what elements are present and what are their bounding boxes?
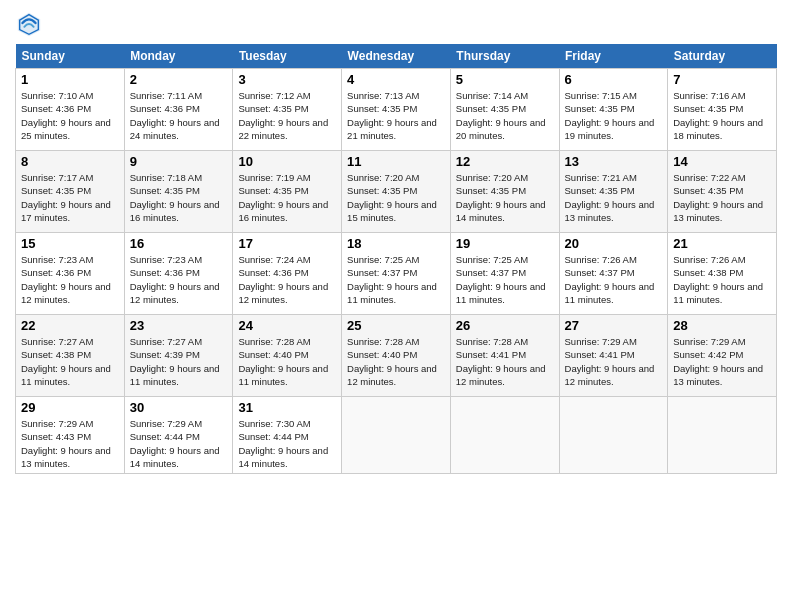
logo [15, 10, 47, 38]
calendar-cell: 16 Sunrise: 7:23 AMSunset: 4:36 PMDaylig… [124, 233, 233, 315]
calendar-week-1: 1 Sunrise: 7:10 AMSunset: 4:36 PMDayligh… [16, 69, 777, 151]
calendar-cell: 18 Sunrise: 7:25 AMSunset: 4:37 PMDaylig… [342, 233, 451, 315]
calendar-week-5: 29 Sunrise: 7:29 AMSunset: 4:43 PMDaylig… [16, 397, 777, 474]
calendar-cell: 5 Sunrise: 7:14 AMSunset: 4:35 PMDayligh… [450, 69, 559, 151]
day-number: 18 [347, 236, 445, 251]
calendar-header-thursday: Thursday [450, 44, 559, 69]
calendar-cell: 30 Sunrise: 7:29 AMSunset: 4:44 PMDaylig… [124, 397, 233, 474]
day-info: Sunrise: 7:23 AMSunset: 4:36 PMDaylight:… [21, 254, 111, 305]
day-info: Sunrise: 7:27 AMSunset: 4:39 PMDaylight:… [130, 336, 220, 387]
day-number: 11 [347, 154, 445, 169]
day-number: 31 [238, 400, 336, 415]
calendar-cell: 10 Sunrise: 7:19 AMSunset: 4:35 PMDaylig… [233, 151, 342, 233]
day-info: Sunrise: 7:12 AMSunset: 4:35 PMDaylight:… [238, 90, 328, 141]
calendar-cell: 3 Sunrise: 7:12 AMSunset: 4:35 PMDayligh… [233, 69, 342, 151]
day-number: 22 [21, 318, 119, 333]
day-info: Sunrise: 7:14 AMSunset: 4:35 PMDaylight:… [456, 90, 546, 141]
calendar-cell: 31 Sunrise: 7:30 AMSunset: 4:44 PMDaylig… [233, 397, 342, 474]
day-number: 21 [673, 236, 771, 251]
day-info: Sunrise: 7:28 AMSunset: 4:41 PMDaylight:… [456, 336, 546, 387]
day-number: 5 [456, 72, 554, 87]
day-info: Sunrise: 7:22 AMSunset: 4:35 PMDaylight:… [673, 172, 763, 223]
day-number: 12 [456, 154, 554, 169]
calendar-cell [342, 397, 451, 474]
page-container: SundayMondayTuesdayWednesdayThursdayFrid… [0, 0, 792, 484]
header [15, 10, 777, 38]
calendar-body: 1 Sunrise: 7:10 AMSunset: 4:36 PMDayligh… [16, 69, 777, 474]
day-number: 14 [673, 154, 771, 169]
day-number: 10 [238, 154, 336, 169]
day-info: Sunrise: 7:29 AMSunset: 4:43 PMDaylight:… [21, 418, 111, 469]
day-info: Sunrise: 7:17 AMSunset: 4:35 PMDaylight:… [21, 172, 111, 223]
day-number: 26 [456, 318, 554, 333]
day-info: Sunrise: 7:29 AMSunset: 4:42 PMDaylight:… [673, 336, 763, 387]
day-info: Sunrise: 7:13 AMSunset: 4:35 PMDaylight:… [347, 90, 437, 141]
day-number: 23 [130, 318, 228, 333]
day-info: Sunrise: 7:30 AMSunset: 4:44 PMDaylight:… [238, 418, 328, 469]
day-info: Sunrise: 7:26 AMSunset: 4:37 PMDaylight:… [565, 254, 655, 305]
calendar-cell: 25 Sunrise: 7:28 AMSunset: 4:40 PMDaylig… [342, 315, 451, 397]
calendar-cell: 19 Sunrise: 7:25 AMSunset: 4:37 PMDaylig… [450, 233, 559, 315]
day-number: 3 [238, 72, 336, 87]
calendar-cell: 15 Sunrise: 7:23 AMSunset: 4:36 PMDaylig… [16, 233, 125, 315]
calendar-cell: 28 Sunrise: 7:29 AMSunset: 4:42 PMDaylig… [668, 315, 777, 397]
calendar-cell: 29 Sunrise: 7:29 AMSunset: 4:43 PMDaylig… [16, 397, 125, 474]
day-info: Sunrise: 7:25 AMSunset: 4:37 PMDaylight:… [347, 254, 437, 305]
calendar-cell: 11 Sunrise: 7:20 AMSunset: 4:35 PMDaylig… [342, 151, 451, 233]
day-number: 27 [565, 318, 663, 333]
calendar-cell: 24 Sunrise: 7:28 AMSunset: 4:40 PMDaylig… [233, 315, 342, 397]
logo-icon [15, 10, 43, 38]
calendar-cell: 22 Sunrise: 7:27 AMSunset: 4:38 PMDaylig… [16, 315, 125, 397]
calendar-header-tuesday: Tuesday [233, 44, 342, 69]
day-number: 25 [347, 318, 445, 333]
calendar-header-saturday: Saturday [668, 44, 777, 69]
day-number: 20 [565, 236, 663, 251]
day-number: 6 [565, 72, 663, 87]
day-info: Sunrise: 7:27 AMSunset: 4:38 PMDaylight:… [21, 336, 111, 387]
calendar-cell: 17 Sunrise: 7:24 AMSunset: 4:36 PMDaylig… [233, 233, 342, 315]
calendar-cell: 12 Sunrise: 7:20 AMSunset: 4:35 PMDaylig… [450, 151, 559, 233]
day-info: Sunrise: 7:20 AMSunset: 4:35 PMDaylight:… [347, 172, 437, 223]
calendar-header-monday: Monday [124, 44, 233, 69]
calendar-cell: 2 Sunrise: 7:11 AMSunset: 4:36 PMDayligh… [124, 69, 233, 151]
day-info: Sunrise: 7:11 AMSunset: 4:36 PMDaylight:… [130, 90, 220, 141]
calendar-cell: 7 Sunrise: 7:16 AMSunset: 4:35 PMDayligh… [668, 69, 777, 151]
day-info: Sunrise: 7:29 AMSunset: 4:41 PMDaylight:… [565, 336, 655, 387]
day-info: Sunrise: 7:28 AMSunset: 4:40 PMDaylight:… [347, 336, 437, 387]
day-info: Sunrise: 7:19 AMSunset: 4:35 PMDaylight:… [238, 172, 328, 223]
calendar-header-sunday: Sunday [16, 44, 125, 69]
calendar-cell [450, 397, 559, 474]
day-info: Sunrise: 7:16 AMSunset: 4:35 PMDaylight:… [673, 90, 763, 141]
calendar-week-4: 22 Sunrise: 7:27 AMSunset: 4:38 PMDaylig… [16, 315, 777, 397]
day-info: Sunrise: 7:25 AMSunset: 4:37 PMDaylight:… [456, 254, 546, 305]
calendar-cell: 9 Sunrise: 7:18 AMSunset: 4:35 PMDayligh… [124, 151, 233, 233]
calendar-cell: 6 Sunrise: 7:15 AMSunset: 4:35 PMDayligh… [559, 69, 668, 151]
day-number: 4 [347, 72, 445, 87]
calendar-cell: 4 Sunrise: 7:13 AMSunset: 4:35 PMDayligh… [342, 69, 451, 151]
day-info: Sunrise: 7:29 AMSunset: 4:44 PMDaylight:… [130, 418, 220, 469]
day-number: 19 [456, 236, 554, 251]
calendar-cell: 27 Sunrise: 7:29 AMSunset: 4:41 PMDaylig… [559, 315, 668, 397]
day-number: 28 [673, 318, 771, 333]
day-number: 30 [130, 400, 228, 415]
calendar-header-wednesday: Wednesday [342, 44, 451, 69]
day-info: Sunrise: 7:26 AMSunset: 4:38 PMDaylight:… [673, 254, 763, 305]
day-number: 17 [238, 236, 336, 251]
calendar-header-friday: Friday [559, 44, 668, 69]
day-info: Sunrise: 7:23 AMSunset: 4:36 PMDaylight:… [130, 254, 220, 305]
day-info: Sunrise: 7:15 AMSunset: 4:35 PMDaylight:… [565, 90, 655, 141]
calendar-cell: 23 Sunrise: 7:27 AMSunset: 4:39 PMDaylig… [124, 315, 233, 397]
calendar-cell [668, 397, 777, 474]
day-info: Sunrise: 7:10 AMSunset: 4:36 PMDaylight:… [21, 90, 111, 141]
day-number: 15 [21, 236, 119, 251]
calendar-cell: 21 Sunrise: 7:26 AMSunset: 4:38 PMDaylig… [668, 233, 777, 315]
calendar-cell: 14 Sunrise: 7:22 AMSunset: 4:35 PMDaylig… [668, 151, 777, 233]
calendar-cell: 20 Sunrise: 7:26 AMSunset: 4:37 PMDaylig… [559, 233, 668, 315]
day-info: Sunrise: 7:21 AMSunset: 4:35 PMDaylight:… [565, 172, 655, 223]
day-number: 16 [130, 236, 228, 251]
day-info: Sunrise: 7:20 AMSunset: 4:35 PMDaylight:… [456, 172, 546, 223]
day-number: 8 [21, 154, 119, 169]
calendar-table: SundayMondayTuesdayWednesdayThursdayFrid… [15, 44, 777, 474]
day-number: 2 [130, 72, 228, 87]
day-number: 13 [565, 154, 663, 169]
